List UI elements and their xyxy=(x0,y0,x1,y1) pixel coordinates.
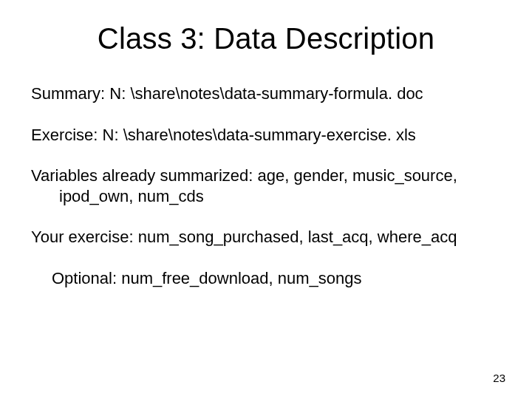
variables-line1: Variables already summarized: age, gende… xyxy=(31,166,457,185)
page-number: 23 xyxy=(493,372,505,384)
slide-title: Class 3: Data Description xyxy=(31,22,501,55)
slide-container: Class 3: Data Description Summary: N: \s… xyxy=(0,0,532,399)
your-exercise-line: Your exercise: num_song_purchased, last_… xyxy=(31,227,501,248)
exercise-line: Exercise: N: \share\notes\data-summary-e… xyxy=(31,125,501,146)
summary-line: Summary: N: \share\notes\data-summary-fo… xyxy=(31,83,501,104)
variables-block: Variables already summarized: age, gende… xyxy=(31,166,501,206)
variables-line2: ipod_own, num_cds xyxy=(31,186,501,207)
optional-line: Optional: num_free_download, num_songs xyxy=(52,268,501,289)
